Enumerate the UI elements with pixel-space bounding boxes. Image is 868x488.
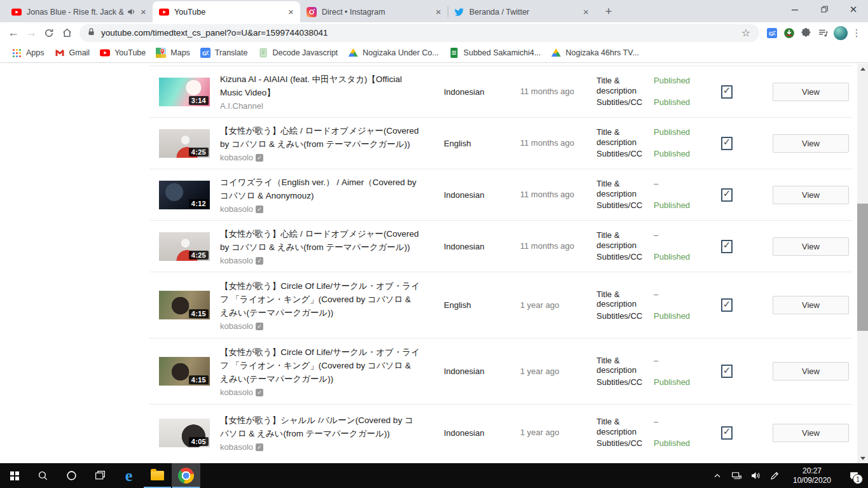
bookmark-item[interactable]: Maps bbox=[151, 45, 195, 60]
file-explorer-taskbar-icon[interactable] bbox=[143, 463, 172, 488]
age-cell: 11 months ago bbox=[520, 190, 584, 200]
tab-close-icon[interactable]: × bbox=[138, 6, 149, 17]
scrollbar-thumb[interactable] bbox=[857, 204, 868, 331]
row-checkbox[interactable]: ✓ bbox=[721, 365, 733, 378]
view-button[interactable]: View bbox=[773, 237, 849, 256]
drive-icon bbox=[348, 48, 358, 58]
reload-button[interactable] bbox=[40, 24, 58, 42]
puzzle-extension-icon[interactable] bbox=[797, 24, 815, 41]
youtube-icon bbox=[100, 48, 110, 58]
row-checkbox[interactable]: ✓ bbox=[721, 298, 733, 312]
minimize-button[interactable] bbox=[780, 0, 809, 18]
view-button[interactable]: View bbox=[773, 296, 849, 314]
scrollbar-down-arrow[interactable] bbox=[857, 453, 868, 463]
age-cell: 11 months ago bbox=[520, 241, 584, 251]
profile-avatar[interactable] bbox=[834, 26, 848, 40]
status-subtitles-cc: Published bbox=[654, 438, 721, 449]
bookmark-item[interactable]: Nogizaka 46hrs TV... bbox=[546, 45, 644, 60]
youtube-favicon bbox=[159, 7, 169, 17]
cortana-taskbar-icon[interactable] bbox=[57, 463, 86, 488]
start-taskbar-icon[interactable] bbox=[0, 463, 29, 488]
type-label-title-description: Title & description bbox=[596, 417, 654, 436]
browser-tab[interactable]: Direct • Instagram × bbox=[300, 1, 448, 22]
type-label-title-description: Title & description bbox=[596, 127, 654, 147]
bookmark-item[interactable]: Nogizaka Under Co... bbox=[343, 45, 444, 60]
video-thumbnail: 4:05 bbox=[159, 419, 210, 447]
bookmark-item[interactable]: Decode Javascript bbox=[253, 45, 343, 60]
taskbar-clock[interactable]: 20:27 10/09/2020 bbox=[784, 463, 840, 488]
row-checkbox[interactable]: ✓ bbox=[721, 426, 733, 440]
volume-icon[interactable] bbox=[746, 463, 765, 488]
language-cell: Indonesian bbox=[444, 428, 507, 438]
browser-tab[interactable]: Jonas Blue - Rise ft. Jack & Ja × bbox=[5, 1, 153, 22]
chevron-up-icon[interactable] bbox=[708, 463, 727, 488]
new-tab-button[interactable]: + bbox=[600, 3, 617, 20]
search-taskbar-icon[interactable] bbox=[29, 463, 57, 488]
status-title-description: – bbox=[654, 417, 721, 427]
view-button[interactable]: View bbox=[773, 186, 849, 204]
bookmark-item[interactable]: Gmail bbox=[50, 45, 95, 60]
task-view-taskbar-icon[interactable] bbox=[86, 463, 114, 488]
bookmark-label: Nogizaka 46hrs TV... bbox=[565, 48, 638, 57]
bookmark-item[interactable]: G Translate bbox=[195, 45, 253, 60]
queue-extension-icon[interactable] bbox=[815, 24, 832, 41]
bookmark-item[interactable]: Subbed Sakamichi4... bbox=[444, 45, 546, 60]
restore-button[interactable] bbox=[809, 0, 839, 18]
video-title: 【女性が歌う】心絵 / ロードオブメジャー(Covered by コバソロ & … bbox=[220, 124, 420, 151]
back-button[interactable]: ← bbox=[4, 24, 22, 42]
channel-name: kobasolo ✓ bbox=[220, 442, 420, 452]
browser-tab[interactable]: YouTube × bbox=[153, 1, 300, 22]
page-scrollbar[interactable] bbox=[857, 64, 868, 463]
forward-button[interactable]: → bbox=[22, 24, 40, 42]
view-button[interactable]: View bbox=[773, 424, 849, 442]
channel-name: kobasolo ✓ bbox=[220, 321, 420, 331]
row-checkbox[interactable]: ✓ bbox=[721, 188, 733, 202]
close-button[interactable]: ✕ bbox=[839, 0, 868, 18]
home-button[interactable] bbox=[58, 24, 76, 42]
url-text[interactable]: youtube.com/timedtext_cs_panel?o=U&ar=15… bbox=[101, 28, 736, 38]
bookmark-star-icon[interactable]: ☆ bbox=[741, 27, 752, 39]
bookmark-label: Gmail bbox=[69, 48, 90, 57]
view-button[interactable]: View bbox=[773, 83, 849, 101]
row-checkbox[interactable]: ✓ bbox=[721, 85, 733, 99]
type-label-subtitles-cc: Subtitles/CC bbox=[596, 200, 654, 211]
pen-icon[interactable] bbox=[765, 463, 784, 488]
scrollbar-up-arrow[interactable] bbox=[857, 64, 868, 74]
language-cell: Indonesian bbox=[444, 190, 507, 200]
gmail-icon bbox=[55, 48, 65, 58]
network-icon[interactable] bbox=[727, 463, 746, 488]
browser-tab[interactable]: Beranda / Twitter × bbox=[448, 1, 595, 22]
browser-menu-icon[interactable]: ⋮ bbox=[850, 27, 864, 39]
table-row: 4:25 【女性が歌う】心絵 / ロードオブメジャー(Covered by コバ… bbox=[149, 118, 852, 169]
view-button[interactable]: View bbox=[773, 362, 849, 380]
edge-taskbar-icon[interactable]: e bbox=[114, 463, 143, 488]
apps-shortcut[interactable]: Apps bbox=[6, 45, 50, 60]
language-cell: English bbox=[444, 139, 507, 148]
window-controls: ✕ bbox=[780, 0, 868, 18]
language-cell: Indonesian bbox=[444, 242, 507, 251]
lock-icon[interactable] bbox=[87, 27, 95, 39]
tab-close-icon[interactable]: × bbox=[581, 6, 591, 17]
view-button[interactable]: View bbox=[773, 134, 849, 153]
age-cell: 11 months ago bbox=[520, 138, 584, 148]
youtube-favicon bbox=[11, 7, 22, 17]
bookmark-item[interactable]: YouTube bbox=[95, 45, 151, 60]
address-bar[interactable]: youtube.com/timedtext_cs_panel?o=U&ar=15… bbox=[79, 24, 759, 42]
tab-strip: Jonas Blue - Rise ft. Jack & Ja × YouTub… bbox=[0, 0, 868, 22]
duration-badge: 4:15 bbox=[189, 375, 209, 384]
translate-extension-icon[interactable]: G bbox=[763, 24, 780, 41]
video-thumbnail: 4:25 bbox=[159, 129, 210, 158]
chrome-taskbar-icon[interactable] bbox=[172, 463, 200, 488]
channel-name: kobasolo ✓ bbox=[220, 256, 420, 265]
table-row: 4:05 【女性が歌う】シャルル /バルーン(Covered by コバソロ &… bbox=[149, 405, 852, 461]
action-center-button[interactable]: 1 bbox=[840, 463, 868, 488]
row-checkbox[interactable]: ✓ bbox=[721, 137, 733, 150]
status-subtitles-cc: Published bbox=[654, 377, 721, 387]
tab-close-icon[interactable]: × bbox=[433, 6, 444, 17]
status-title-description: Published bbox=[654, 127, 721, 137]
row-checkbox[interactable]: ✓ bbox=[721, 240, 733, 253]
browser-toolbar: ← → youtube.com/timedtext_cs_panel?o=U&a… bbox=[0, 22, 868, 43]
tab-close-icon[interactable]: × bbox=[286, 6, 296, 17]
idm-extension-icon[interactable] bbox=[780, 24, 797, 41]
tab-audio-icon[interactable] bbox=[127, 7, 136, 17]
